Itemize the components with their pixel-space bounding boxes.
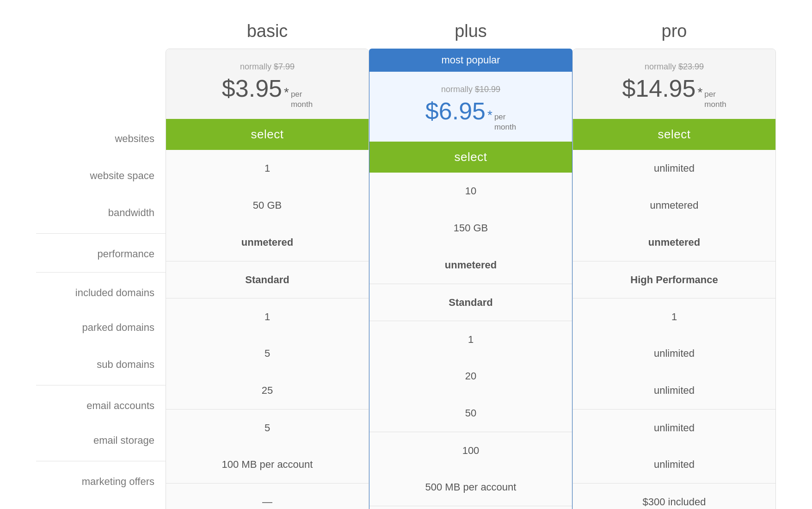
plans-area: basic normally $7.99 $3.95 * permonth se… — [166, 19, 776, 509]
basic-website-space: 50 GB — [166, 187, 369, 224]
plus-bandwidth: unmetered — [369, 247, 572, 284]
plan-plus-select-button[interactable]: select — [369, 142, 572, 173]
labels-column: websites website space bandwidth perform… — [36, 19, 166, 498]
pro-website-space: unmetered — [573, 187, 775, 224]
plan-basic-pricing: normally $7.99 $3.95 * permonth — [166, 49, 369, 119]
pro-email-storage: unlimited — [573, 446, 775, 483]
plus-parked-domains: 20 — [369, 358, 572, 395]
pro-parked-domains: unlimited — [573, 335, 775, 372]
plan-plus-pricing: normally $10.99 $6.95 * permonth — [369, 72, 572, 142]
plan-pro-original-price: $23.99 — [678, 62, 704, 71]
label-bandwidth: bandwidth — [36, 194, 166, 231]
plan-basic-select-button[interactable]: select — [166, 119, 369, 150]
basic-marketing-offers: — — [166, 483, 369, 509]
label-included-domains: included domains — [36, 272, 166, 309]
plan-plus-normally: normally $10.99 — [379, 85, 563, 94]
plan-plus-card: normally $10.99 $6.95 * permonth select … — [369, 72, 572, 509]
basic-parked-domains: 5 — [166, 335, 369, 372]
plan-pro-name: pro — [662, 19, 687, 44]
pro-sub-domains: unlimited — [573, 372, 775, 409]
label-sub-domains: sub domains — [36, 346, 166, 383]
plan-pro-asterisk: * — [697, 85, 702, 100]
plus-included-domains: 1 — [369, 321, 572, 358]
plan-basic-features: 1 50 GB unmetered Standard 1 5 25 5 100 … — [166, 150, 369, 509]
plan-plus-price-main: $6.95 * permonth — [379, 97, 563, 132]
plan-pro-card: normally $23.99 $14.95 * permonth select… — [572, 49, 776, 509]
plan-pro-features: unlimited unmetered unmetered High Perfo… — [573, 150, 775, 509]
plan-basic-price-main: $3.95 * permonth — [175, 74, 359, 110]
pro-included-domains: 1 — [573, 298, 775, 335]
plan-plus-asterisk: * — [487, 108, 492, 123]
plan-pro-price-main: $14.95 * permonth — [582, 74, 766, 110]
plan-plus-features: 10 150 GB unmetered Standard 1 20 50 100… — [369, 173, 572, 509]
plan-basic-original-price: $7.99 — [274, 62, 295, 71]
basic-included-domains: 1 — [166, 298, 369, 335]
label-website-space: website space — [36, 157, 166, 194]
plus-email-storage: 500 MB per account — [369, 469, 572, 506]
basic-email-accounts: 5 — [166, 409, 369, 446]
pro-marketing-offers: $300 included — [573, 483, 775, 509]
label-email-accounts: email accounts — [36, 385, 166, 422]
label-email-storage: email storage — [36, 422, 166, 459]
plus-performance: Standard — [369, 284, 572, 321]
most-popular-badge: most popular — [369, 49, 572, 72]
plan-pro: pro normally $23.99 $14.95 * permonth se… — [572, 19, 776, 509]
basic-websites: 1 — [166, 150, 369, 187]
plan-plus-original-price: $10.99 — [475, 85, 500, 94]
plan-pro-pricing: normally $23.99 $14.95 * permonth — [573, 49, 775, 119]
plan-plus-name: plus — [455, 19, 487, 44]
pro-performance: High Performance — [573, 261, 775, 298]
plan-plus: plus most popular normally $10.99 $6.95 … — [369, 19, 572, 509]
basic-email-storage: 100 MB per account — [166, 446, 369, 483]
label-websites: websites — [36, 120, 166, 157]
label-marketing-offers: marketing offers — [36, 461, 166, 498]
basic-performance: Standard — [166, 261, 369, 298]
plus-sub-domains: 50 — [369, 395, 572, 432]
plan-pro-normally: normally $23.99 — [582, 62, 766, 72]
pro-email-accounts: unlimited — [573, 409, 775, 446]
plan-pro-select-button[interactable]: select — [573, 119, 775, 150]
plan-basic-asterisk: * — [284, 85, 289, 100]
plan-basic-price: $3.95 — [222, 74, 282, 102]
plan-plus-price: $6.95 — [425, 97, 486, 125]
plan-plus-per-month: permonth — [494, 112, 516, 132]
pro-websites: unlimited — [573, 150, 775, 187]
pricing-table: websites website space bandwidth perform… — [36, 19, 776, 509]
pro-bandwidth: unmetered — [573, 224, 775, 261]
plus-websites: 10 — [369, 173, 572, 210]
label-performance: performance — [36, 233, 166, 270]
plus-website-space: 150 GB — [369, 210, 572, 247]
plan-basic-card: normally $7.99 $3.95 * permonth select 1… — [166, 49, 369, 509]
basic-sub-domains: 25 — [166, 372, 369, 409]
plan-basic-name: basic — [247, 19, 288, 44]
plan-basic-per-month: permonth — [291, 89, 313, 110]
plan-basic: basic normally $7.99 $3.95 * permonth se… — [166, 19, 369, 509]
plan-pro-price: $14.95 — [622, 74, 695, 102]
plus-marketing-offers: $150 included — [369, 506, 572, 509]
plus-email-accounts: 100 — [369, 432, 572, 469]
plan-pro-per-month: permonth — [704, 89, 726, 110]
label-parked-domains: parked domains — [36, 309, 166, 346]
basic-bandwidth: unmetered — [166, 224, 369, 261]
plan-basic-normally: normally $7.99 — [175, 62, 359, 72]
